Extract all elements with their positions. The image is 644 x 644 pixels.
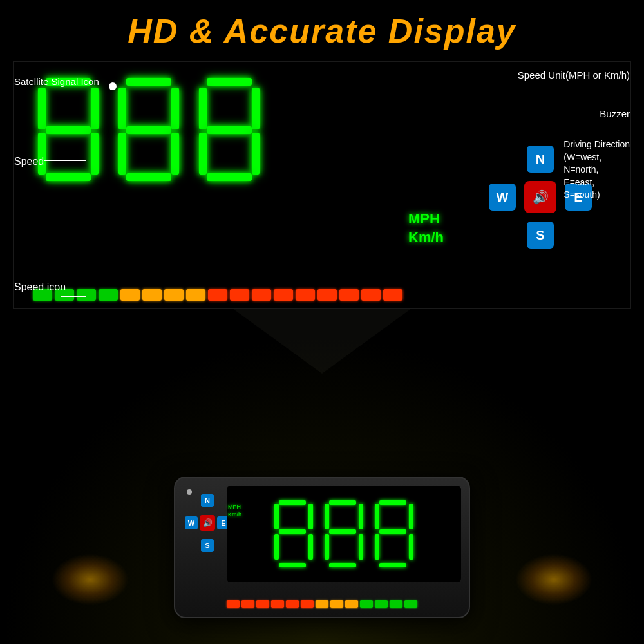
device-bar-segment: [404, 600, 417, 608]
seg-c2: [171, 133, 179, 175]
dev-buzzer: 🔊: [200, 515, 215, 531]
dev-compass-n: N: [201, 494, 214, 507]
device-bar-segment: [390, 600, 402, 608]
device-bar-segment: [375, 600, 388, 608]
digit-3: [194, 75, 265, 184]
satellite-dot: [109, 82, 117, 90]
dev-digit-3: [372, 498, 417, 569]
digit-2: [113, 75, 184, 184]
dev-compass-w: W: [185, 516, 198, 529]
bar-segment: [142, 289, 162, 301]
seg-f3: [199, 88, 207, 129]
speed-icon-line: [61, 296, 86, 297]
main-container: HD & Accurate Display: [0, 0, 644, 644]
dev-digit-2: [321, 498, 366, 569]
bar-segment: [383, 289, 402, 301]
bar-segment: [361, 289, 381, 301]
speed-unit-label: Speed Unit(MPH or Km/h): [518, 70, 630, 80]
seg-b2: [171, 88, 179, 129]
device-body: N S W E 🔊 MPH Km/h: [174, 477, 470, 618]
speed-unit-display: MPH Km/h: [408, 210, 444, 247]
bar-segment: [164, 289, 184, 301]
device-bar-segment: [271, 600, 284, 608]
device-bar-segment: [301, 600, 314, 608]
compass-south: S: [527, 222, 554, 249]
seg-g2: [126, 126, 171, 134]
dev-mph: MPH: [228, 504, 242, 511]
device-bar-segment: [227, 600, 240, 608]
bar-segment: [296, 289, 315, 301]
compass-north: N: [527, 146, 554, 173]
seg-d1: [46, 173, 91, 181]
bar-segment: [186, 289, 205, 301]
seg-a2: [126, 78, 171, 86]
seg-a3: [207, 78, 252, 86]
seg-d2: [126, 173, 171, 181]
seg-d3: [207, 173, 252, 181]
device-bar-segment: [286, 600, 299, 608]
device-bar-segment: [345, 600, 358, 608]
device-bar-segment: [256, 600, 269, 608]
device-screen: [227, 486, 461, 582]
dev-digit-1: [271, 498, 316, 569]
bar-segment: [77, 289, 96, 301]
page-title: HD & Accurate Display: [0, 0, 644, 50]
seg-e1: [38, 133, 46, 175]
speed-label: Speed: [14, 156, 44, 167]
mph-label: MPH: [408, 210, 444, 229]
seg-f2: [118, 88, 126, 129]
seg-e3: [199, 133, 207, 175]
seg-f1: [38, 88, 46, 129]
device-speed-unit: MPH Km/h: [228, 504, 242, 518]
seg-c3: [252, 133, 260, 175]
device-bar-segment: [330, 600, 343, 608]
satellite-signal-label: Satellite Signal Icon: [14, 76, 99, 87]
dev-compass-s: S: [201, 539, 214, 552]
seg-g1: [46, 126, 91, 134]
satellite-line: [84, 97, 98, 97]
device-digits: [271, 498, 417, 569]
buzzer-icon: 🔊: [524, 181, 556, 213]
bar-segment: [99, 289, 118, 301]
device-bar-segment: [360, 600, 373, 608]
seg-b1: [91, 88, 99, 129]
bar-segment: [252, 289, 271, 301]
seg-g3: [207, 126, 252, 134]
bar-segment: [120, 289, 140, 301]
bar-segment: [230, 289, 249, 301]
device-bar-segment: [316, 600, 328, 608]
digit-1: [33, 75, 104, 184]
buzzer-label: Buzzer: [600, 108, 630, 119]
bar-segment: [339, 289, 359, 301]
bar-segment: [274, 289, 293, 301]
kmh-label: Km/h: [408, 229, 444, 247]
speed-icon-label: Speed icon: [14, 281, 66, 293]
speed-unit-line: [380, 80, 509, 81]
seg-b3: [252, 88, 260, 129]
device-speed-bar: [227, 600, 461, 609]
device-bar-segment: [242, 600, 254, 608]
bar-segment: [208, 289, 227, 301]
bar-segment: [317, 289, 337, 301]
speed-bar: [33, 288, 611, 302]
seg-c1: [91, 133, 99, 175]
compass-west: W: [489, 184, 516, 211]
dev-kmh: Km/h: [228, 511, 242, 519]
device-compass: N S W E 🔊: [185, 494, 230, 552]
seg-e2: [118, 133, 126, 175]
driving-direction-label: Driving Direction (W=west, N=north, E=ea…: [564, 138, 630, 202]
speed-line: [44, 160, 86, 161]
